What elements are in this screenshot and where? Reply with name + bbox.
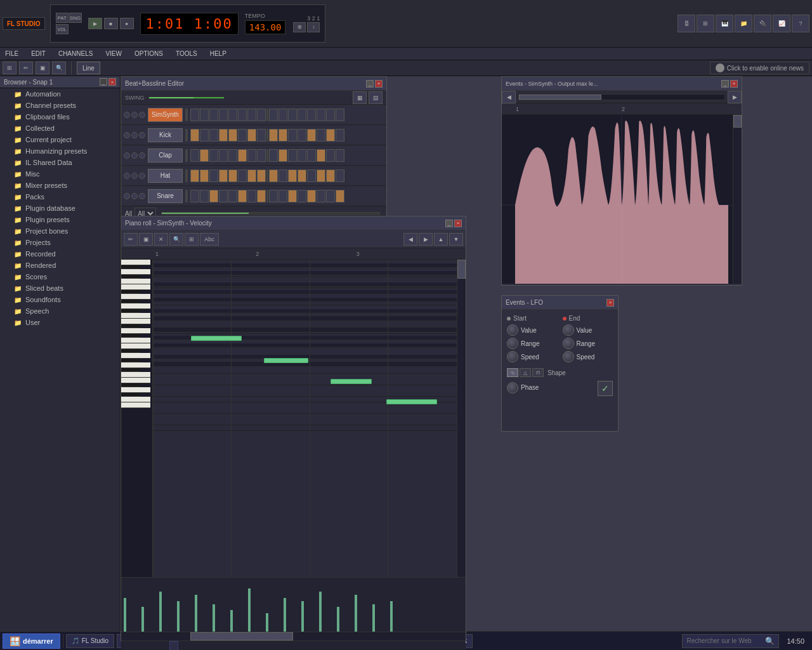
beat-ctrl-1-row-4[interactable] [131, 193, 138, 199]
beat-ctrl-2-row-3[interactable] [139, 173, 145, 179]
beat-btn-1-1[interactable] [200, 129, 209, 142]
beat-btn-1-15[interactable] [336, 129, 344, 142]
sidebar-item-humanizing-presets[interactable]: Humanizing presets [0, 145, 120, 157]
sidebar-item-plugin-database[interactable]: Plugin database [0, 202, 120, 214]
events-close[interactable]: × [730, 80, 738, 88]
beat-ctrl-0-row-1[interactable] [124, 132, 130, 138]
beat-btn-0-2[interactable] [209, 109, 218, 121]
seq-view-btn2[interactable]: ▤ [369, 91, 383, 104]
plugin-btn[interactable]: 🔌 [754, 15, 771, 32]
piano-key-7[interactable] [121, 294, 150, 300]
phase-knob[interactable] [507, 382, 518, 394]
sidebar-item-plugin-presets[interactable]: Plugin presets [0, 214, 120, 225]
beat-btn-1-4[interactable] [228, 129, 237, 142]
sidebar-item-user[interactable]: User [0, 317, 120, 328]
menu-edit[interactable]: EDIT [29, 49, 48, 58]
beat-ctrl-0-row-0[interactable] [124, 112, 130, 118]
beat-btn-3-4[interactable] [228, 169, 237, 182]
beat-btn-2-5[interactable] [238, 149, 247, 162]
beat-btn-4-6[interactable] [247, 190, 256, 202]
beat-btn-1-12[interactable] [307, 129, 316, 142]
beat-btn-0-6[interactable] [247, 109, 256, 121]
beat-ctrl-2-row-1[interactable] [139, 132, 145, 138]
beat-btn-1-8[interactable] [269, 129, 278, 142]
beat-btn-3-7[interactable] [257, 169, 266, 182]
piano-key-16[interactable] [121, 338, 150, 343]
beat-btn-4-2[interactable] [209, 190, 218, 202]
piano-key-12[interactable] [121, 319, 150, 324]
beat-btn-2-1[interactable] [200, 149, 209, 162]
end-speed-knob[interactable] [563, 351, 574, 362]
beat-btn-0-0[interactable] [190, 109, 199, 121]
piano-key-2[interactable] [121, 269, 150, 275]
beat-btn-3-3[interactable] [219, 169, 228, 182]
beat-btn-1-11[interactable] [298, 129, 306, 142]
piano-key-23[interactable] [121, 372, 150, 378]
beat-btn-1-13[interactable] [317, 129, 325, 142]
beat-btn-4-11[interactable] [298, 190, 306, 202]
beat-btn-3-13[interactable] [317, 169, 325, 182]
beat-btn-1-2[interactable] [209, 129, 218, 142]
beat-btn-3-6[interactable] [247, 169, 256, 182]
beat-btn-4-4[interactable] [228, 190, 237, 202]
beat-btn-1-9[interactable] [278, 129, 287, 142]
pencil-btn[interactable]: ✏ [19, 62, 33, 74]
sidebar-item-sliced-beats[interactable]: Sliced beats [0, 282, 120, 294]
beat-btn-1-5[interactable] [238, 129, 247, 142]
beat-btn-2-13[interactable] [317, 149, 325, 162]
beat-label-clap[interactable]: Clap [148, 149, 183, 162]
beat-seq-minimize[interactable]: _ [366, 80, 374, 88]
beat-btn-0-3[interactable] [219, 109, 228, 121]
beat-ctrl-1-row-0[interactable] [131, 112, 138, 118]
pr-scroll-h-thumb[interactable] [190, 632, 294, 640]
beat-btn-0-5[interactable] [238, 109, 247, 121]
beat-btn-1-7[interactable] [257, 129, 266, 142]
sidebar-item-current-project[interactable]: Current project [0, 134, 120, 145]
beat-btn-2-14[interactable] [326, 149, 335, 162]
sidebar-item-il-shared-data[interactable]: IL Shared Data [0, 157, 120, 168]
piano-roll-minimize[interactable]: _ [445, 220, 453, 227]
beat-btn-4-8[interactable] [269, 190, 278, 202]
beat-btn-4-13[interactable] [317, 190, 325, 202]
piano-key-0[interactable] [121, 260, 150, 265]
beat-ctrl-2-row-0[interactable] [139, 112, 145, 118]
pr-scroll-thumb[interactable] [457, 260, 466, 279]
pr-btn-snap[interactable]: ⊞ [185, 233, 199, 246]
seq-view-btn1[interactable]: ▦ [353, 91, 367, 104]
pr-nav-left[interactable]: ◀ [403, 233, 417, 246]
sidebar-item-rendered[interactable]: Rendered [0, 260, 120, 271]
pr-nav-down[interactable]: ▼ [449, 233, 463, 246]
events-scroll-v-thumb[interactable] [733, 115, 742, 128]
events-scrollbar-h[interactable] [518, 94, 725, 100]
piano-key-26[interactable] [121, 387, 150, 393]
sidebar-item-mixer-presets[interactable]: Mixer presets [0, 180, 120, 191]
beat-btn-3-9[interactable] [278, 169, 287, 182]
beat-btn-2-3[interactable] [219, 149, 228, 162]
pr-note-3[interactable] [386, 399, 437, 404]
shape-triangle[interactable]: △ [520, 368, 531, 377]
beat-ctrl-1-row-2[interactable] [131, 152, 138, 159]
events-left[interactable]: ◀ [502, 91, 516, 103]
menu-options[interactable]: OPTIONS [132, 49, 166, 58]
sidebar-item-speech[interactable]: Speech [0, 305, 120, 317]
shape-square[interactable]: ⊓ [532, 368, 544, 377]
start-button[interactable]: 🪟 démarrer [3, 633, 60, 649]
sidebar-item-collected[interactable]: Collected [0, 123, 120, 134]
beat-btn-3-2[interactable] [209, 169, 218, 182]
beat-btn-0-10[interactable] [288, 109, 297, 121]
beat-btn-4-5[interactable] [238, 190, 247, 202]
news-bar[interactable]: Click to enable online news [710, 62, 809, 74]
piano-key-9[interactable] [121, 303, 150, 309]
menu-file[interactable]: FILE [3, 49, 21, 58]
beat-btn-0-8[interactable] [269, 109, 278, 121]
start-speed-knob[interactable] [507, 351, 518, 362]
pr-scroll-h[interactable] [121, 632, 466, 640]
pr-btn-zoom[interactable]: 🔍 [169, 233, 183, 246]
menu-channels[interactable]: CHANNELS [56, 49, 95, 58]
piano-key-4[interactable] [121, 279, 150, 284]
beat-ctrl-0-row-3[interactable] [124, 173, 130, 179]
beat-btn-1-0[interactable] [190, 129, 199, 142]
beat-btn-3-15[interactable] [336, 169, 344, 182]
beat-btn-4-7[interactable] [257, 190, 266, 202]
piano-key-14[interactable] [121, 328, 150, 334]
